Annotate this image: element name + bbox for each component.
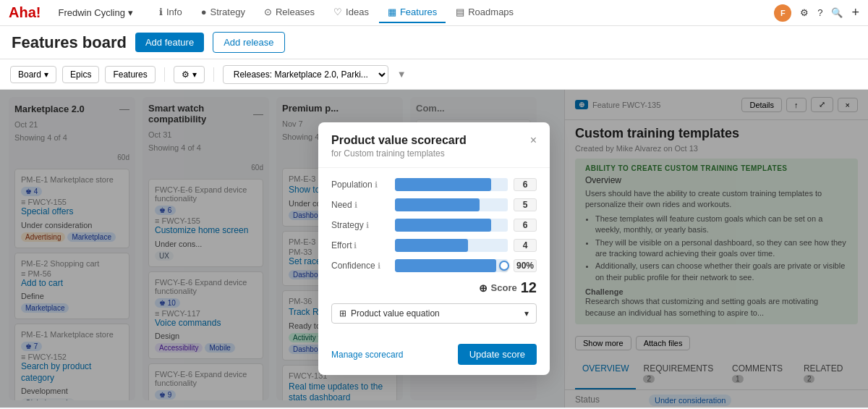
main-nav-tabs: ℹ Info ● Strategy ⊙ Releases ♡ Ideas ▦ F… <box>150 2 522 23</box>
scorecard-value-population[interactable]: 6 <box>514 178 537 191</box>
tab-info[interactable]: ℹ Info <box>150 2 191 23</box>
modal-close-button[interactable]: × <box>530 134 537 147</box>
user-avatar[interactable]: F <box>774 4 791 22</box>
modal-title: Product value scorecard <box>331 134 467 147</box>
scorecard-value-strategy[interactable]: 6 <box>514 219 537 232</box>
score-equation-dropdown[interactable]: ⊞ Product value equation ▾ <box>331 303 537 324</box>
search-icon[interactable]: 🔍 <box>831 7 843 18</box>
scorecard-row-confidence: Confidence ℹ 90% <box>331 259 537 272</box>
nav-right-actions: F ⚙ ? 🔍 + <box>774 4 859 22</box>
company-selector[interactable]: Fredwin Cycling ▾ <box>58 7 132 18</box>
help-icon[interactable]: ? <box>817 7 822 18</box>
scorecard-label-need: Need ℹ <box>331 200 389 210</box>
equation-icon: ⊞ <box>339 308 346 319</box>
scorecard-row-strategy: Strategy ℹ 6 <box>331 219 537 232</box>
scorecard-bar-population[interactable] <box>395 178 508 191</box>
add-icon[interactable]: + <box>851 5 859 20</box>
add-feature-button[interactable]: Add feature <box>135 33 204 52</box>
scorecard-bar-need[interactable] <box>395 198 508 211</box>
scorecard-bar-strategy[interactable] <box>395 219 508 232</box>
board-toolbar: Board ▾ Epics Features ⚙ ▾ Releases: Mar… <box>0 59 868 90</box>
scorecard-row-need: Need ℹ 5 <box>331 198 537 211</box>
modal-subtitle: for Custom training templates <box>331 148 467 159</box>
tab-ideas[interactable]: ♡ Ideas <box>325 2 378 23</box>
scorecard-row-population: Population ℹ 6 <box>331 178 537 191</box>
app-logo[interactable]: Aha! <box>9 4 41 21</box>
scorecard-bar-effort[interactable] <box>395 239 508 252</box>
score-icon: ⊕ <box>479 282 488 294</box>
info-icon-effort[interactable]: ℹ <box>354 241 357 250</box>
scorecard-label-effort: Effort ℹ <box>331 240 389 250</box>
top-navigation: Aha! Fredwin Cycling ▾ ℹ Info ● Strategy… <box>0 0 868 26</box>
info-icon-strategy[interactable]: ℹ <box>366 221 369 230</box>
tab-releases[interactable]: ⊙ Releases <box>255 2 323 23</box>
chevron-down-icon: ▾ <box>524 308 529 319</box>
tab-features[interactable]: ▦ Features <box>379 2 446 23</box>
info-icon-need[interactable]: ℹ <box>354 201 357 210</box>
score-number: 12 <box>521 279 537 296</box>
releases-filter[interactable]: Releases: Marketplace 2.0, Parki... <box>223 65 388 84</box>
info-icon-confidence[interactable]: ℹ <box>378 261 380 271</box>
scorecard-label-confidence: Confidence ℹ <box>331 261 389 271</box>
modal-body: Population ℹ 6 Need ℹ <box>318 168 550 340</box>
tab-strategy[interactable]: ● Strategy <box>192 2 254 23</box>
scorecard-value-need[interactable]: 5 <box>514 198 537 211</box>
epics-button[interactable]: Epics <box>62 66 99 83</box>
tab-roadmaps[interactable]: ▤ Roadmaps <box>447 2 522 23</box>
scorecard-label-strategy: Strategy ℹ <box>331 220 389 230</box>
modal-header: Product value scorecard for Custom train… <box>318 122 550 168</box>
scorecard-modal: Product value scorecard for Custom train… <box>318 122 550 375</box>
modal-overlay: Product value scorecard for Custom train… <box>0 90 868 408</box>
settings-button[interactable]: ⚙ ▾ <box>174 66 205 83</box>
modal-footer: Manage scorecard Update score <box>318 340 550 375</box>
scorecard-label-population: Population ℹ <box>331 180 389 190</box>
add-release-button[interactable]: Add release <box>213 32 284 53</box>
score-label: Score <box>491 282 517 293</box>
scorecard-value-effort[interactable]: 4 <box>514 239 537 252</box>
toolbar-divider-2 <box>213 67 214 82</box>
settings-icon[interactable]: ⚙ <box>800 7 809 18</box>
scorecard-bar-confidence[interactable] <box>395 259 508 272</box>
board-area: Marketplace 2.0 — Oct 21 Showing 4 of 4 … <box>0 90 868 408</box>
board-view-button[interactable]: Board ▾ <box>10 66 56 83</box>
score-total: ⊕ Score 12 <box>331 279 537 296</box>
confidence-slider-knob[interactable] <box>499 261 509 271</box>
toolbar-divider <box>164 67 165 82</box>
info-icon-population[interactable]: ℹ <box>375 180 378 190</box>
filter-icon[interactable]: ▼ <box>397 69 407 80</box>
page-header: Features board Add feature Add release <box>0 26 868 59</box>
features-button[interactable]: Features <box>105 66 155 83</box>
update-score-button[interactable]: Update score <box>458 344 537 365</box>
page-title: Features board <box>12 33 127 52</box>
scorecard-value-confidence[interactable]: 90% <box>514 259 537 272</box>
scorecard-row-effort: Effort ℹ 4 <box>331 239 537 252</box>
equation-label: Product value equation <box>351 308 440 319</box>
manage-scorecard-link[interactable]: Manage scorecard <box>331 350 403 360</box>
